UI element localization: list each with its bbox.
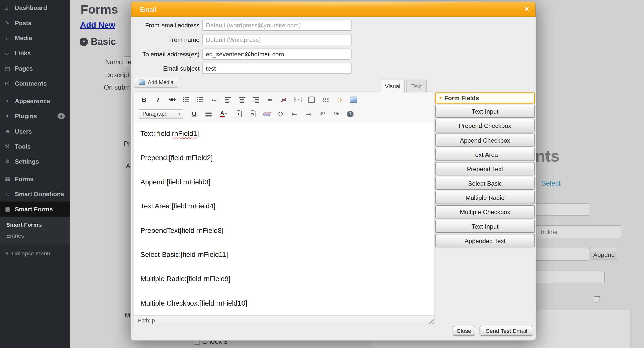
editor-paragraph: Multiple Checkbox:[field rnField10] (140, 298, 428, 308)
paste-from-word-icon[interactable]: W (247, 109, 258, 119)
form-field-button[interactable]: Multiple Radio (435, 191, 535, 204)
paragraph-text: Multiple Radio:[field rnField9] (140, 275, 230, 283)
form-fields-panel: ▾ Form Fields Text Input Prepend Checkbo… (435, 92, 535, 247)
from-name-input[interactable] (202, 34, 351, 45)
from-email-input[interactable] (202, 20, 351, 31)
close-icon[interactable]: × (525, 5, 529, 14)
paste-word-letter: W (251, 112, 254, 116)
paragraph-text: Multiple Checkbox:[field rnField10] (140, 299, 247, 307)
more-tag-icon[interactable] (292, 94, 303, 105)
tab-text[interactable]: Text (406, 80, 427, 93)
chevron-down-icon: ▾ (225, 112, 227, 116)
paragraph-text: Append:[field rnField3] (140, 178, 210, 186)
form-field-button[interactable]: Text Input (435, 105, 535, 118)
form-field-button[interactable]: Prepend Text (435, 162, 535, 175)
align-left-icon[interactable] (223, 94, 233, 105)
paragraph-text: Text:[field (140, 130, 172, 138)
email-form-row: From email address (131, 20, 435, 31)
editor-toolbar-row2: Paragraph ▾ U A ▾ T W Ω ⇤ ⇥ ↶ ↷ ? (134, 107, 434, 121)
chevron-down-icon: ▾ (178, 112, 183, 116)
add-media-icon (139, 79, 145, 85)
email-dialog: Email × From email address From name To … (131, 1, 536, 341)
tab-visual[interactable]: Visual (381, 80, 405, 93)
dialog-titlebar: Email × (131, 2, 536, 17)
numbered-list-icon[interactable] (195, 94, 205, 105)
form-fields-title: Form Fields (444, 95, 479, 102)
unlink-icon[interactable]: ∞ (278, 94, 289, 105)
strikethrough-icon[interactable]: ABC (167, 94, 177, 105)
editor-path: Path: p (138, 317, 155, 323)
paste-text-letter: T (238, 112, 240, 116)
text-color-letter: A (220, 110, 225, 117)
editor-toolbar-row1: B I ABC “ ∞ ∞ ☺ (134, 92, 434, 107)
paragraph-text: Prepend:[field rnField2] (140, 154, 213, 162)
editor-paragraph: PrependText[field rnField8] (140, 226, 428, 235)
to-email-input[interactable] (202, 49, 351, 60)
blockquote-icon[interactable]: “ (209, 92, 219, 107)
wordpress-admin-screen: ⌂ Dashboard ✎ Posts ♫ Media ∞ (0, 0, 644, 348)
special-char-icon[interactable]: Ω (275, 109, 286, 119)
emoticon-icon[interactable]: ☺ (334, 94, 345, 105)
field-label: Email subject (135, 63, 199, 74)
add-media-button[interactable]: Add Media (134, 77, 178, 87)
email-form-row: Email subject (131, 63, 435, 74)
help-question-mark: ? (349, 112, 352, 116)
kitchen-sink-icon[interactable] (320, 94, 331, 105)
editor-body[interactable]: Text:[field rnField1] Prepend:[field rnF… (134, 121, 434, 315)
email-form-row: From name (131, 34, 435, 45)
underline-icon[interactable]: U (189, 109, 199, 119)
form-field-button[interactable]: Appended Text (435, 234, 535, 247)
form-field-button[interactable]: Text Area (435, 148, 535, 161)
paragraph-text: PrependText[field rnField8] (140, 227, 223, 234)
form-fields-dropdown[interactable]: ▾ Form Fields (435, 92, 535, 103)
send-test-email-button[interactable]: Send Test Email (480, 326, 533, 336)
remove-formatting-icon[interactable] (261, 109, 272, 119)
align-right-icon[interactable] (251, 94, 261, 105)
form-field-button[interactable]: Append Checkbox (435, 134, 535, 147)
editor-paragraph: Select Basic:[field rnField11] (140, 250, 428, 259)
misspelled-text: rnField1 (172, 130, 197, 138)
field-label: To email address(es) (135, 49, 199, 60)
align-justify-icon[interactable] (203, 109, 214, 119)
indent-icon[interactable]: ⇥ (303, 109, 314, 119)
outdent-icon[interactable]: ⇤ (289, 109, 300, 119)
form-field-button[interactable]: Multiple Checkbox (435, 205, 535, 218)
editor-paragraph: Multiple Radio:[field rnField9] (140, 274, 428, 284)
help-icon[interactable]: ? (345, 109, 355, 119)
fullscreen-icon[interactable] (306, 94, 317, 105)
bullet-list-icon[interactable] (181, 94, 191, 105)
editor-paragraph: Append:[field rnField3] (140, 177, 428, 187)
redo-icon[interactable]: ↷ (331, 109, 342, 119)
close-button[interactable]: Close (453, 326, 475, 336)
email-body-editor: B I ABC “ ∞ ∞ ☺ Paragraph ▾ (134, 92, 435, 325)
bold-icon[interactable]: B (139, 94, 149, 105)
resize-grip[interactable] (428, 319, 434, 324)
paragraph-text: Text Area:[field rnField4] (140, 202, 215, 210)
paragraph-text: ] (197, 130, 199, 138)
email-settings-form: From email address From name To email ad… (131, 20, 435, 77)
format-dropdown[interactable]: Paragraph ▾ (139, 109, 183, 119)
edit-image-icon[interactable] (348, 94, 359, 105)
editor-paragraph: Text Area:[field rnField4] (140, 202, 428, 211)
form-field-button[interactable]: Text Input (435, 220, 535, 233)
paragraph-text: Select Basic:[field rnField11] (140, 251, 228, 259)
form-field-button[interactable]: Prepend Checkbox (435, 119, 535, 132)
chevron-down-icon: ▾ (439, 95, 442, 101)
editor-paragraph: Text:[field rnField1] (140, 129, 428, 139)
email-form-row: To email address(es) (131, 49, 435, 60)
editor-statusbar: Path: p (134, 315, 434, 325)
link-icon[interactable]: ∞ (264, 94, 275, 105)
field-label: From email address (135, 20, 199, 31)
email-subject-input[interactable] (202, 63, 351, 74)
dialog-title: Email (140, 6, 156, 13)
align-center-icon[interactable] (236, 94, 247, 105)
italic-icon[interactable]: I (153, 94, 163, 105)
text-color-icon[interactable]: A ▾ (217, 109, 230, 119)
editor-paragraph: Prepend:[field rnField2] (140, 153, 428, 163)
form-field-button[interactable]: Select Basic (435, 177, 535, 190)
paste-as-text-icon[interactable]: T (233, 109, 244, 119)
undo-icon[interactable]: ↶ (317, 109, 328, 119)
add-media-label: Add Media (148, 79, 173, 85)
field-label: From name (135, 34, 199, 45)
format-dropdown-value: Paragraph (139, 111, 178, 117)
